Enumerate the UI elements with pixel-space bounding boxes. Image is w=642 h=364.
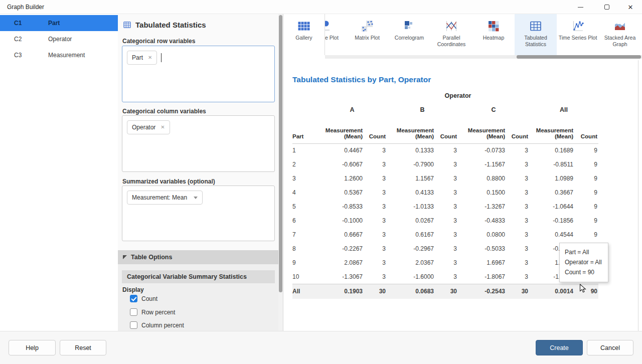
- checkbox-icon[interactable]: [130, 321, 137, 329]
- gallery-scrollbar-track[interactable]: [325, 55, 642, 59]
- sidebar-item-operator[interactable]: C2 Operator: [0, 31, 118, 47]
- mean-cell: 0.5367: [317, 186, 364, 200]
- panel-title-label: Tabulated Statistics: [135, 21, 206, 29]
- variable-chip-operator[interactable]: Operator ✕: [127, 120, 170, 134]
- sidebar-item-part[interactable]: C1 Part: [0, 15, 118, 31]
- count-cell: 3: [364, 200, 387, 214]
- titlebar: Graph Builder ✕: [0, 0, 642, 14]
- chip-remove-icon[interactable]: ✕: [160, 125, 165, 130]
- gallery-row: Bubble Plot Matrix Plot: [325, 14, 641, 55]
- count-cell: 3: [435, 256, 458, 270]
- gallery-item-tabulated-statistics[interactable]: Tabulated Statistics: [515, 14, 557, 55]
- table-options-label: Table Options: [131, 254, 172, 261]
- table-row: 6-0.100030.02673-0.48333-0.18569: [292, 214, 598, 228]
- time-series-plot-icon: [571, 20, 584, 33]
- chart-type-gallery: Gallery Bubble Plot: [283, 14, 642, 59]
- categorical-row-variables-box[interactable]: Part ✕: [122, 46, 275, 102]
- column-variables-label: Categorical column variables: [122, 108, 206, 115]
- sidebar-item-measurement[interactable]: C3 Measurement: [0, 47, 118, 63]
- count-cell: 9: [574, 143, 598, 157]
- footer: Help Reset Create Cancel: [0, 331, 642, 364]
- mean-cell: 0.1333: [387, 143, 435, 157]
- panel-scrollbar-track[interactable]: [278, 14, 283, 331]
- count-header: Count: [435, 118, 458, 143]
- bubble-plot-icon: [325, 20, 332, 33]
- group-header-all: All: [529, 101, 598, 118]
- column-name: Measurement: [48, 52, 85, 59]
- checkbox-label: Column percent: [141, 322, 184, 329]
- tooltip-line: Count = 90: [565, 267, 602, 277]
- variable-chip-measurement-mean[interactable]: Measurement: Mean: [127, 191, 203, 205]
- mean-cell: -0.4833: [458, 214, 506, 228]
- content-scrollbar-track[interactable]: [638, 60, 638, 331]
- minimize-button[interactable]: [569, 0, 592, 14]
- part-cell: 6: [292, 214, 317, 228]
- checkbox-count[interactable]: Count: [130, 295, 157, 302]
- count-cell: 3: [506, 186, 529, 200]
- count-cell: 3: [435, 242, 458, 256]
- close-button[interactable]: ✕: [619, 0, 642, 14]
- checkbox-icon[interactable]: [130, 295, 137, 302]
- chip-remove-icon[interactable]: ✕: [148, 55, 152, 60]
- tabulated-statistics-icon: [529, 20, 542, 33]
- summarized-variables-box[interactable]: Measurement: Mean: [122, 186, 275, 241]
- gallery-item-label: Heatmap: [472, 35, 515, 41]
- minimize-icon: [578, 7, 583, 8]
- variable-chip-part[interactable]: Part ✕: [127, 51, 157, 65]
- count-cell: 9: [574, 214, 598, 228]
- checkbox-label: Count: [141, 295, 157, 302]
- count-cell: 30: [506, 284, 529, 299]
- dropdown-chevron-icon[interactable]: [194, 197, 198, 199]
- summary-statistics-header: Categorical Variable Summary Statistics: [122, 270, 275, 283]
- gallery-item-bubble-plot[interactable]: Bubble Plot: [325, 14, 346, 55]
- maximize-button[interactable]: [595, 0, 618, 14]
- count-cell: 9: [574, 200, 598, 214]
- mean-cell: 0.4133: [387, 186, 435, 200]
- panel-scrollbar-thumb[interactable]: [279, 15, 282, 292]
- part-cell: 4: [292, 186, 317, 200]
- checkbox-label: Row percent: [141, 309, 175, 316]
- part-cell: 9: [292, 256, 317, 270]
- checkbox-column-percent[interactable]: Column percent: [130, 321, 184, 329]
- count-cell: 3: [364, 242, 387, 256]
- help-button[interactable]: Help: [9, 340, 56, 355]
- mean-cell: 1.2600: [317, 171, 364, 186]
- table-row: 10.446730.13333-0.073330.16899: [292, 143, 598, 157]
- gallery-item-matrix-plot[interactable]: Matrix Plot: [346, 14, 388, 55]
- panel-title: Tabulated Statistics: [123, 21, 206, 29]
- mean-cell: -1.0644: [529, 200, 574, 214]
- parallel-coordinates-icon: [445, 20, 458, 33]
- gallery-item-heatmap[interactable]: Heatmap: [472, 14, 515, 55]
- gallery-item-time-series-plot[interactable]: Time Series Plot: [557, 14, 599, 55]
- count-cell: 9: [574, 228, 598, 242]
- gallery-home-tab[interactable]: Gallery: [283, 14, 325, 55]
- mean-cell: -1.3267: [458, 200, 506, 214]
- gallery-scroll-region: Bubble Plot Matrix Plot: [325, 14, 642, 59]
- count-cell: 3: [435, 200, 458, 214]
- reset-button[interactable]: Reset: [60, 340, 106, 355]
- mouse-cursor: [579, 284, 588, 295]
- cancel-button[interactable]: Cancel: [587, 340, 633, 355]
- gallery-item-correlogram[interactable]: Correlogram: [388, 14, 430, 55]
- gallery-grid-icon: [297, 20, 310, 33]
- count-cell: 3: [435, 143, 458, 157]
- checkbox-icon[interactable]: [130, 308, 137, 316]
- stacked-area-graph-icon: [613, 20, 626, 33]
- table-options-header[interactable]: Table Options: [118, 250, 279, 264]
- count-cell: 3: [506, 256, 529, 270]
- mean-cell: -1.0133: [387, 200, 435, 214]
- close-icon: ✕: [628, 4, 633, 11]
- count-cell: 3: [435, 228, 458, 242]
- gallery-scrollbar-thumb[interactable]: [517, 55, 641, 59]
- count-cell: 9: [574, 157, 598, 171]
- categorical-column-variables-box[interactable]: Operator ✕: [122, 115, 275, 172]
- checkbox-row-percent[interactable]: Row percent: [130, 308, 175, 316]
- mean-cell: 1.0989: [529, 171, 574, 186]
- create-button[interactable]: Create: [536, 340, 583, 355]
- gallery-item-stacked-area-graph[interactable]: Stacked Area Graph: [599, 14, 641, 55]
- mean-cell: 0.1903: [317, 284, 364, 299]
- gallery-item-parallel-coordinates[interactable]: Parallel Coordinates: [430, 14, 472, 55]
- gallery-item-label: Matrix Plot: [346, 35, 388, 41]
- heatmap-icon: [487, 20, 500, 33]
- chip-label: Measurement: Mean: [132, 194, 187, 201]
